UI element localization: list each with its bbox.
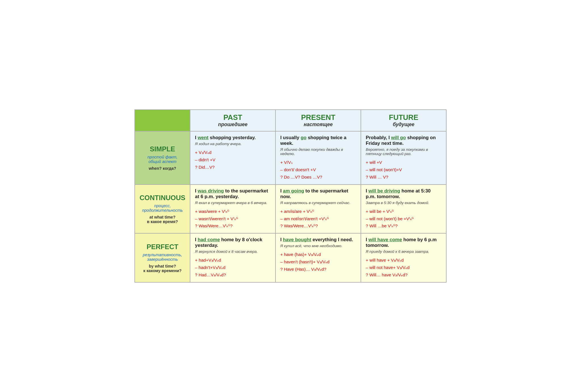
present-label-ru: настоящее <box>280 122 356 128</box>
formula-line: + will be + Vᴵₙᴳ <box>366 208 441 215</box>
cell-continuous-past: I was driving to the supermarket at 6 p.… <box>190 185 275 234</box>
row-perfect: PERFECTрезультативность, завершённостьby… <box>135 233 446 282</box>
example-ru-continuous-present: Я направляюсь в супермаркет сейчас. <box>280 201 356 205</box>
cell-perfect-past: I had come home by 8 o'clock yesterday.Я… <box>190 233 275 282</box>
present-label-en: PRESENT <box>280 113 356 122</box>
formula-line: – don't/ doesn't +V <box>280 166 356 173</box>
formula-line: + will +V <box>366 159 441 166</box>
formula-line: ? Did…V? <box>195 164 271 171</box>
header-future: FUTURE будущее <box>361 110 446 131</box>
example-perfect-present: I have bought everything I need. <box>280 237 356 243</box>
example-ru-continuous-future: Завтра в 5:30 я буду ехать домой. <box>366 201 441 205</box>
tense-when-continuous: at what time? в какое время? <box>140 215 185 224</box>
example-ru-simple-past: Я ходил на работу вчера. <box>195 142 271 146</box>
tense-when-simple: when? когда? <box>140 166 185 171</box>
example-perfect-future: I will have come home by 6 p.m tomorrow. <box>366 237 441 248</box>
example-ru-perfect-past: Я вернулся домой к 8 часам вчера. <box>195 249 271 254</box>
formula-line: + had+V₃/Vₑd <box>195 257 271 264</box>
tense-name-simple: SIMPLE <box>140 145 185 153</box>
header-empty-cell <box>135 110 190 131</box>
formulas-simple-present: + V/Vₛ– don't/ doesn't +V? Do …V? Does …… <box>280 159 356 181</box>
cell-continuous-present: I am going to the supermarket now.Я напр… <box>275 185 361 234</box>
tense-desc-simple: простой факт, общий аспект <box>140 155 185 164</box>
example-ru-perfect-future: Я приеду домой к 6 вечера завтра. <box>366 249 441 254</box>
verb-perfect-past: had come <box>198 237 220 242</box>
cell-simple-future: Probably, I will go shopping on Friday n… <box>361 131 446 185</box>
formulas-simple-past: + V₂/Vₑd– didn't +V? Did…V? <box>195 149 271 171</box>
verb-continuous-future: will be driving <box>369 188 400 194</box>
formulas-continuous-past: + was/were + Vᴵₙᴳ– wasn't/weren't + Vᴵₙᴳ… <box>195 208 271 230</box>
past-label-ru: прошедшее <box>195 122 271 128</box>
tense-desc-continuous: процесс, продолжительность <box>140 204 185 213</box>
formulas-perfect-present: + have (has)+ V₃/Vₑd– haven't (hasn't)+ … <box>280 251 356 273</box>
formula-line: ? Was/Were…Vᴵₙᴳ? <box>195 222 271 230</box>
past-label-en: PAST <box>195 113 271 122</box>
formula-line: – wasn't/weren't + Vᴵₙᴳ <box>195 215 271 223</box>
example-simple-past: I went shopping yesterday. <box>195 135 271 141</box>
formula-line: + V/Vₛ <box>280 159 356 166</box>
formula-line: – will not have+ V₃/Vₑd <box>366 264 441 271</box>
formula-line: ? Do …V? Does …V? <box>280 173 356 181</box>
example-ru-simple-future: Вероятно, я поеду за покупками в пятницу… <box>366 147 441 156</box>
formula-line: – will not (won't) be +Vᴵₙᴳ <box>366 215 441 223</box>
cell-simple-past: I went shopping yesterday.Я ходил на раб… <box>190 131 275 185</box>
example-simple-future: Probably, I will go shopping on Friday n… <box>366 135 441 146</box>
formula-line: ? Had…V₃/Vₑd? <box>195 271 271 279</box>
future-label-en: FUTURE <box>366 113 441 122</box>
example-continuous-past: I was driving to the supermarket at 6 p.… <box>195 188 271 200</box>
example-ru-continuous-past: Я ехал в супермаркет вчера в 6 вечера. <box>195 201 271 205</box>
formula-line: + will have + V₃/Vₑd <box>366 257 441 264</box>
formulas-perfect-future: + will have + V₃/Vₑd– will not have+ V₃/… <box>366 257 441 279</box>
future-label-ru: будущее <box>366 122 441 128</box>
formula-line: ? Will …be Vᴵₙᴳ? <box>366 222 441 230</box>
formula-line: – will not (won't)+V <box>366 166 441 173</box>
label-simple: SIMPLEпростой факт, общий аспектwhen? ко… <box>135 131 190 185</box>
label-continuous: CONTINUOUSпроцесс, продолжительностьat w… <box>135 185 190 234</box>
verb-continuous-present: am going <box>283 188 304 194</box>
verb-continuous-past: was driving <box>198 188 224 194</box>
cell-perfect-future: I will have come home by 6 p.m tomorrow.… <box>361 233 446 282</box>
verb-simple-future: will go <box>391 135 406 140</box>
formula-line: ? Will … V? <box>366 173 441 181</box>
tense-name-continuous: CONTINUOUS <box>140 194 185 202</box>
label-perfect: PERFECTрезультативность, завершённостьby… <box>135 233 190 282</box>
formula-line: ? Have (Has)… V₃/Vₑd? <box>280 266 356 273</box>
header-past: PAST прошедшее <box>190 110 275 131</box>
cell-continuous-future: I will be driving home at 5:30 p.m. tomo… <box>361 185 446 234</box>
verb-simple-present: go <box>301 135 307 140</box>
formula-line: – didn't +V <box>195 156 271 164</box>
formula-line: – am not/isn't/aren't +Vᴵₙᴳ <box>280 215 356 223</box>
example-simple-present: I usually go shopping twice a week. <box>280 135 356 146</box>
formulas-continuous-future: + will be + Vᴵₙᴳ– will not (won't) be +V… <box>366 208 441 230</box>
formula-line: ? Was/Were…Vᴵₙᴳ? <box>280 222 356 230</box>
formulas-simple-future: + will +V– will not (won't)+V? Will … V? <box>366 159 441 181</box>
example-perfect-past: I had come home by 8 o'clock yesterday. <box>195 237 271 248</box>
header-present: PRESENT настоящее <box>275 110 361 131</box>
formula-line: – haven't (hasn't)+ V₃/Vₑd <box>280 258 356 266</box>
formula-line: + was/were + Vᴵₙᴳ <box>195 208 271 215</box>
verb-perfect-future: will have come <box>369 237 402 242</box>
formula-line: ? Will… have V₃/Vₑd? <box>366 271 441 279</box>
formula-line: + am/is/are + Vᴵₙᴳ <box>280 208 356 215</box>
cell-simple-present: I usually go shopping twice a week.Я обы… <box>275 131 361 185</box>
row-simple: SIMPLEпростой факт, общий аспектwhen? ко… <box>135 131 446 185</box>
formulas-perfect-past: + had+V₃/Vₑd– hadn't+V₃/Vₑd? Had…V₃/Vₑd? <box>195 257 271 279</box>
formula-line: – hadn't+V₃/Vₑd <box>195 264 271 271</box>
grammar-table: PAST прошедшее PRESENT настоящее FUTURE … <box>134 109 447 283</box>
formula-line: + have (has)+ V₃/Vₑd <box>280 251 356 258</box>
example-continuous-present: I am going to the supermarket now. <box>280 188 356 200</box>
row-continuous: CONTINUOUSпроцесс, продолжительностьat w… <box>135 185 446 234</box>
verb-simple-past: went <box>198 135 209 140</box>
formulas-continuous-present: + am/is/are + Vᴵₙᴳ– am not/isn't/aren't … <box>280 208 356 230</box>
cell-perfect-present: I have bought everything I need.Я купил … <box>275 233 361 282</box>
formula-line: + V₂/Vₑd <box>195 149 271 156</box>
verb-perfect-present: have bought <box>283 237 311 242</box>
example-ru-perfect-present: Я купил всё, что мне необходимо. <box>280 244 356 248</box>
example-ru-simple-present: Я обычно делаю покупки дважды в неделю. <box>280 147 356 156</box>
example-continuous-future: I will be driving home at 5:30 p.m. tomo… <box>366 188 441 200</box>
tense-when-perfect: by what time? к какому времени? <box>140 264 185 273</box>
tense-desc-perfect: результативность, завершённость <box>140 253 185 262</box>
tense-name-perfect: PERFECT <box>140 243 185 251</box>
